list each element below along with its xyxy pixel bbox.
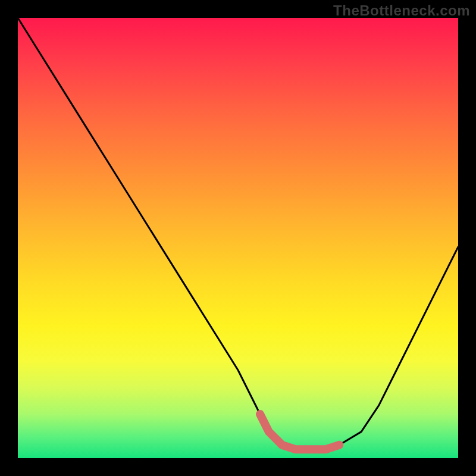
watermark-text: TheBottleneck.com xyxy=(333,2,470,19)
plot-area xyxy=(18,18,458,458)
highlight-segment xyxy=(260,414,339,449)
chart-svg xyxy=(18,18,458,458)
bottleneck-curve xyxy=(18,18,458,449)
chart-frame: TheBottleneck.com xyxy=(0,0,476,476)
